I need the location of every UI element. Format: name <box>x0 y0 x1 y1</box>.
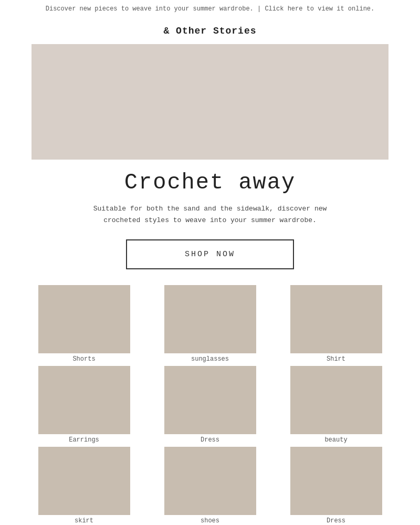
shoes-label: shoes <box>201 517 219 524</box>
products-row-2: Earrings Dress beauty <box>0 366 420 444</box>
view-online-link[interactable]: Click here to view it online. <box>265 5 374 13</box>
product-shirt: Shirt <box>288 285 385 363</box>
shop-now-button-1[interactable]: SHOP NOW <box>126 239 294 269</box>
shirt-label: Shirt <box>327 355 345 363</box>
shorts-label: Shorts <box>72 355 95 363</box>
logo-text: & Other Stories <box>163 26 256 36</box>
products-row-1: Shorts sunglasses Shirt <box>0 285 420 363</box>
beauty-image <box>290 366 382 434</box>
product-dress-1: Dress <box>162 366 259 444</box>
shirt-image <box>290 285 382 353</box>
skirt-image <box>38 447 130 515</box>
hero-title: Crochet away <box>0 170 420 195</box>
product-dress-2: Dress <box>288 447 385 524</box>
logo: & Other Stories <box>0 18 420 39</box>
product-shoes: shoes <box>162 447 259 524</box>
sunglasses-label: sunglasses <box>191 355 229 363</box>
products-row-3: skirt shoes Dress <box>0 447 420 524</box>
top-bar: Discover new pieces to weave into your s… <box>0 0 420 18</box>
beauty-label: beauty <box>324 436 347 444</box>
product-sunglasses: sunglasses <box>162 285 259 363</box>
topbar-text: Discover new pieces to weave into your s… <box>46 5 254 13</box>
hero-image-container <box>0 44 420 160</box>
hero-image <box>32 44 388 160</box>
product-beauty: beauty <box>288 366 385 444</box>
earrings-label: Earrings <box>69 436 99 444</box>
shoes-image <box>164 447 256 515</box>
dress-2-image <box>290 447 382 515</box>
product-shorts: Shorts <box>36 285 133 363</box>
product-earrings: Earrings <box>36 366 133 444</box>
dress-1-image <box>164 366 256 434</box>
skirt-label: skirt <box>75 517 93 524</box>
dress-1-label: Dress <box>201 436 219 444</box>
product-skirt: skirt <box>36 447 133 524</box>
sunglasses-image <box>164 285 256 353</box>
hero-description: Suitable for both the sand and the sidew… <box>63 203 357 226</box>
dress-2-label: Dress <box>327 517 345 524</box>
shorts-image <box>38 285 130 353</box>
earrings-image <box>38 366 130 434</box>
topbar-separator: | <box>257 5 261 13</box>
shop-now-container-1: SHOP NOW <box>126 239 294 269</box>
